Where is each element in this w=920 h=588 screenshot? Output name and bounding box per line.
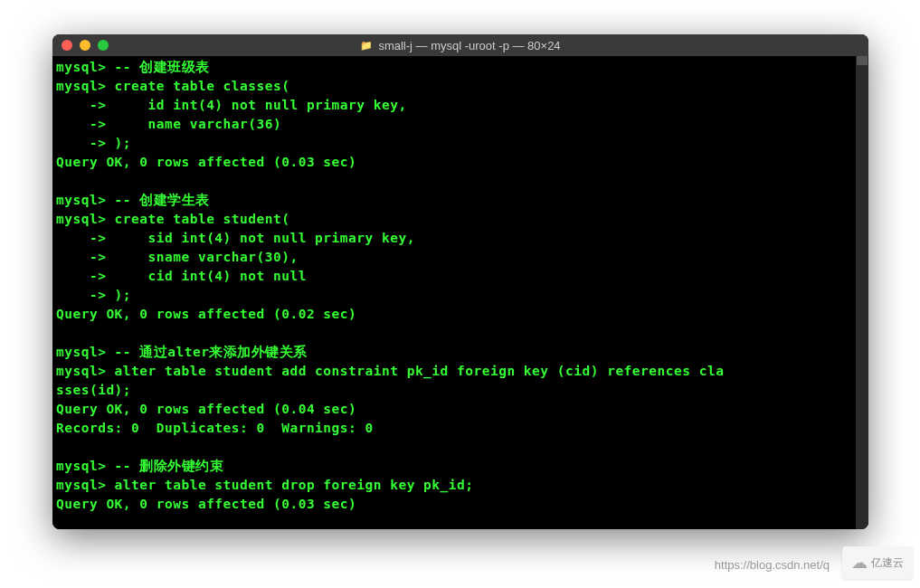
scrollbar-track[interactable]: [856, 56, 868, 529]
traffic-lights: [62, 40, 109, 51]
terminal-line: Query OK, 0 rows affected (0.04 sec): [56, 400, 865, 419]
terminal-line: Records: 0 Duplicates: 0 Warnings: 0: [56, 419, 865, 438]
watermark-url: https://blog.csdn.net/q: [715, 558, 830, 572]
terminal-line: Query OK, 0 rows affected (0.02 sec): [56, 305, 865, 324]
scrollbar-thumb[interactable]: [857, 56, 868, 65]
terminal-line: mysql> alter table student add constrain…: [56, 362, 865, 381]
terminal-line: mysql> alter table student drop foreign …: [56, 476, 865, 495]
title-label: small-j — mysql -uroot -p — 80×24: [378, 39, 560, 52]
folder-icon: 📁: [360, 40, 373, 52]
terminal-line: -> id int(4) not null primary key,: [56, 96, 865, 115]
maximize-button[interactable]: [98, 40, 109, 51]
terminal-line: -> sid int(4) not null primary key,: [56, 229, 865, 248]
terminal-line: mysql> -- 通过alter来添加外键关系: [56, 343, 865, 362]
terminal-line: -> );: [56, 286, 865, 305]
cloud-icon: ☁: [851, 553, 868, 573]
terminal-line: mysql> create table student(: [56, 210, 865, 229]
terminal-line: -> sname varchar(30),: [56, 248, 865, 267]
terminal-line: -> cid int(4) not null: [56, 267, 865, 286]
terminal-line: mysql> create table classes(: [56, 77, 865, 96]
minimize-button[interactable]: [80, 40, 90, 51]
terminal-line: mysql> -- 创建班级表: [56, 58, 865, 77]
terminal-line: mysql> -- 删除外键约束: [56, 457, 865, 476]
logo-text: 亿速云: [871, 555, 904, 571]
terminal-line: -> );: [56, 134, 865, 153]
terminal-line: -> name varchar(36): [56, 115, 865, 134]
logo-badge: ☁ 亿速云: [842, 546, 913, 579]
titlebar: 📁 small-j — mysql -uroot -p — 80×24: [52, 34, 868, 56]
terminal-window: 📁 small-j — mysql -uroot -p — 80×24 mysq…: [52, 34, 868, 529]
terminal-line: mysql> -- 创建学生表: [56, 191, 865, 210]
close-button[interactable]: [62, 40, 72, 51]
terminal-line: Query OK, 0 rows affected (0.03 sec): [56, 495, 865, 514]
terminal-line: [56, 172, 865, 191]
terminal-line: [56, 438, 865, 457]
window-title: 📁 small-j — mysql -uroot -p — 80×24: [360, 39, 560, 52]
terminal-line: [56, 324, 865, 343]
terminal-body[interactable]: mysql> -- 创建班级表mysql> create table class…: [52, 56, 868, 529]
terminal-line: sses(id);: [56, 381, 865, 400]
terminal-line: Query OK, 0 rows affected (0.03 sec): [56, 153, 865, 172]
